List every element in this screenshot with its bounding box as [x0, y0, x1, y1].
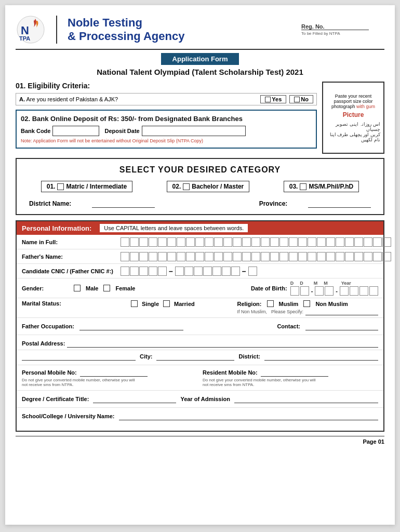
char-box[interactable] — [121, 252, 129, 261]
char-box[interactable] — [149, 237, 157, 247]
cnic-box[interactable] — [149, 267, 157, 276]
char-box[interactable] — [270, 252, 279, 261]
resident-mobile-input[interactable] — [261, 368, 328, 377]
dob-y1[interactable] — [340, 286, 349, 296]
char-box[interactable] — [149, 252, 157, 261]
char-box[interactable] — [261, 252, 270, 261]
category-option-3[interactable]: 03. MS/M.Phil/P.hD — [284, 181, 359, 192]
char-box[interactable] — [186, 237, 195, 247]
char-box[interactable] — [336, 237, 344, 247]
char-box[interactable] — [214, 237, 223, 247]
char-box[interactable] — [336, 252, 344, 261]
char-box[interactable] — [233, 237, 242, 247]
char-box[interactable] — [289, 252, 298, 261]
yes-checkbox[interactable] — [265, 97, 271, 102]
male-checkbox[interactable] — [74, 285, 81, 291]
char-box[interactable] — [279, 237, 288, 247]
char-box[interactable] — [354, 252, 363, 261]
char-box[interactable] — [326, 252, 335, 261]
dob-m1[interactable] — [315, 286, 324, 296]
char-box[interactable] — [308, 237, 316, 247]
school-input[interactable] — [119, 412, 379, 420]
district-input[interactable] — [264, 352, 378, 361]
dob-d1[interactable] — [290, 286, 299, 296]
char-box[interactable] — [261, 237, 270, 247]
city-prefix-line[interactable] — [22, 352, 136, 361]
char-box[interactable] — [242, 252, 251, 261]
char-box[interactable] — [167, 252, 176, 261]
char-box[interactable] — [289, 237, 298, 247]
char-box[interactable] — [317, 237, 326, 247]
char-box[interactable] — [364, 252, 372, 261]
char-box[interactable] — [186, 252, 195, 261]
non-muslim-checkbox[interactable] — [303, 300, 310, 307]
char-box[interactable] — [167, 237, 176, 247]
char-box[interactable] — [223, 252, 232, 261]
char-box[interactable] — [308, 252, 316, 261]
city-input[interactable] — [156, 352, 234, 361]
dob-y2[interactable] — [350, 286, 358, 296]
char-box[interactable] — [345, 252, 354, 261]
occ-input[interactable] — [79, 322, 183, 330]
char-box[interactable] — [373, 252, 382, 261]
bank-code-input[interactable] — [52, 126, 99, 136]
province-input[interactable] — [308, 200, 371, 208]
cnic-box[interactable] — [175, 267, 184, 276]
cat-checkbox-3[interactable] — [300, 183, 306, 190]
char-box[interactable] — [354, 237, 363, 247]
char-box[interactable] — [223, 237, 232, 247]
char-box[interactable] — [251, 252, 260, 261]
char-box[interactable] — [177, 237, 185, 247]
char-box[interactable] — [364, 237, 372, 247]
char-box[interactable] — [158, 237, 167, 247]
char-box[interactable] — [298, 237, 307, 247]
single-checkbox[interactable] — [131, 300, 138, 307]
char-box[interactable] — [279, 252, 288, 261]
no-button[interactable]: No — [289, 95, 313, 103]
district-input[interactable] — [92, 200, 155, 208]
yes-button[interactable]: Yes — [260, 95, 286, 103]
cnic-box[interactable] — [212, 267, 221, 276]
muslim-checkbox[interactable] — [267, 300, 274, 307]
char-box[interactable] — [195, 237, 204, 247]
cnic-box[interactable] — [194, 267, 203, 276]
cnic-box[interactable] — [231, 267, 240, 276]
married-checkbox[interactable] — [163, 300, 170, 307]
cnic-box[interactable] — [121, 267, 129, 276]
char-box[interactable] — [214, 252, 223, 261]
cnic-box[interactable] — [248, 267, 257, 276]
no-checkbox[interactable] — [294, 97, 300, 102]
specify-input[interactable] — [305, 308, 378, 315]
category-option-1[interactable]: 01. Matric / Intermediate — [41, 181, 132, 192]
char-box[interactable] — [251, 237, 260, 247]
char-box[interactable] — [205, 237, 214, 247]
cnic-box[interactable] — [158, 267, 167, 276]
char-box[interactable] — [130, 237, 139, 247]
dob-m2[interactable] — [325, 286, 334, 296]
char-box[interactable] — [205, 252, 214, 261]
personal-mobile-input[interactable] — [80, 368, 148, 377]
degree-input[interactable] — [93, 395, 176, 403]
char-box[interactable] — [326, 237, 335, 247]
char-box[interactable] — [177, 252, 185, 261]
deposit-date-input[interactable] — [142, 126, 246, 136]
char-box[interactable] — [382, 237, 391, 247]
char-box[interactable] — [270, 237, 279, 247]
contact-input[interactable] — [305, 322, 378, 330]
year-admission-input[interactable] — [234, 395, 378, 403]
char-box[interactable] — [158, 252, 167, 261]
char-box[interactable] — [121, 237, 129, 247]
female-checkbox[interactable] — [103, 285, 110, 291]
cnic-box[interactable] — [222, 267, 231, 276]
char-box[interactable] — [195, 252, 204, 261]
char-box[interactable] — [345, 237, 354, 247]
char-box[interactable] — [130, 252, 139, 261]
char-box[interactable] — [373, 237, 382, 247]
char-box[interactable] — [382, 252, 391, 261]
dob-y4[interactable] — [369, 286, 378, 296]
dob-y3[interactable] — [359, 286, 368, 296]
char-box[interactable] — [298, 252, 307, 261]
char-box[interactable] — [317, 252, 326, 261]
cnic-box[interactable] — [184, 267, 193, 276]
char-box[interactable] — [139, 237, 148, 247]
